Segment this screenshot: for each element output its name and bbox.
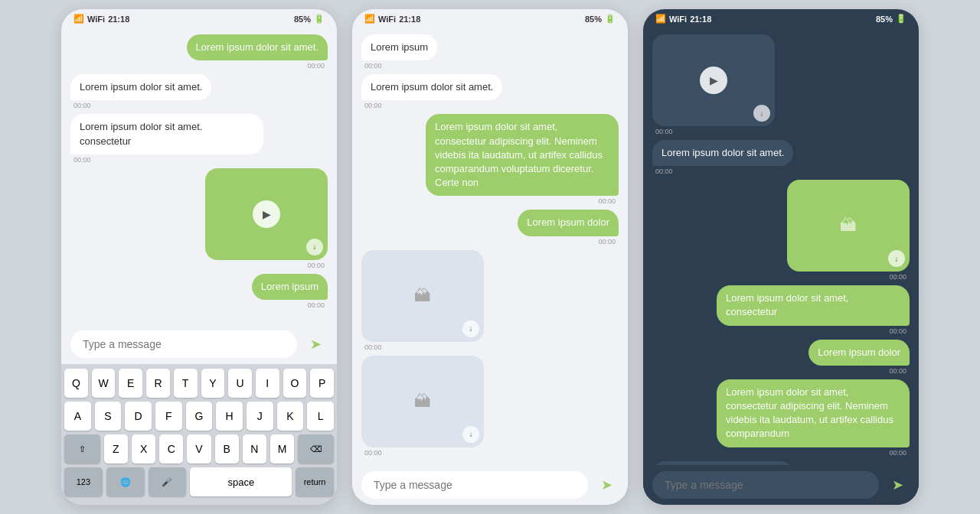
key-f[interactable]: F bbox=[155, 402, 182, 431]
status-left-1: 📶 WiFi 21:18 bbox=[74, 14, 129, 24]
status-left-2: 📶 WiFi 21:18 bbox=[364, 14, 420, 24]
timestamp: 00:00 bbox=[304, 301, 328, 309]
key-u[interactable]: U bbox=[228, 369, 252, 398]
status-right-2: 85% 🔋 bbox=[585, 14, 616, 24]
key-p[interactable]: P bbox=[310, 369, 334, 398]
key-w[interactable]: W bbox=[92, 369, 116, 398]
bubble-sent: Lorem ipsum dolor bbox=[518, 210, 619, 236]
message-row: Lorem ipsum dolor 00:00 bbox=[361, 210, 619, 245]
key-r[interactable]: R bbox=[146, 369, 170, 398]
message-row: 🏔 ↓ 00:00 bbox=[361, 356, 619, 457]
timestamp: 00:00 bbox=[652, 128, 676, 135]
time-2: 21:18 bbox=[399, 15, 420, 24]
download-icon[interactable]: ↓ bbox=[306, 239, 323, 255]
bubble-received: Lorem ipsum dolor sit amet. bbox=[652, 461, 793, 466]
key-shift[interactable]: ⇧ bbox=[64, 434, 100, 464]
signal-icon-3: 📶 bbox=[655, 14, 666, 24]
timestamp: 00:00 bbox=[886, 327, 910, 335]
play-button[interactable]: ▶ bbox=[253, 200, 280, 228]
bubble-received: Lorem ipsum dolor sit amet. bbox=[70, 74, 211, 100]
message-row: Lorem ipsum dolor sit amet. 00:00 bbox=[70, 34, 328, 70]
video-bubble: ▶ ↓ bbox=[652, 34, 775, 126]
key-i[interactable]: I bbox=[256, 369, 279, 398]
key-c[interactable]: C bbox=[159, 434, 183, 464]
message-row: Lorem ipsum dolor 00:00 bbox=[652, 340, 910, 375]
key-t[interactable]: T bbox=[174, 369, 198, 398]
key-backspace[interactable]: ⌫ bbox=[298, 434, 334, 464]
key-row-q: Q W E R T Y U I O P bbox=[64, 369, 334, 398]
keyboard-1: Q W E R T Y U I O P A S D F G H J K L bbox=[61, 364, 337, 505]
bubble-received: Lorem ipsum dolor sit amet. bbox=[652, 140, 793, 166]
timestamp: 00:00 bbox=[595, 197, 619, 205]
key-j[interactable]: J bbox=[247, 402, 273, 431]
timestamp: 00:00 bbox=[886, 273, 910, 281]
timestamp: 00:00 bbox=[70, 102, 94, 109]
image-bubble: 🏔 ↓ bbox=[361, 250, 484, 342]
status-right-1: 85% 🔋 bbox=[294, 14, 325, 24]
image-placeholder-icon: 🏔 bbox=[833, 213, 864, 238]
key-o[interactable]: O bbox=[283, 369, 307, 398]
key-h[interactable]: H bbox=[216, 402, 243, 431]
key-g[interactable]: G bbox=[186, 402, 213, 431]
key-n[interactable]: N bbox=[243, 434, 266, 464]
key-return[interactable]: return bbox=[296, 467, 334, 496]
key-e[interactable]: E bbox=[119, 369, 142, 398]
key-b[interactable]: B bbox=[215, 434, 239, 464]
image-bubble: 🏔 ↓ bbox=[787, 180, 910, 272]
key-globe[interactable]: 🌐 bbox=[106, 467, 145, 496]
message-row: Lorem ipsum dolor sit amet, consectetur … bbox=[652, 285, 910, 334]
download-icon[interactable]: ↓ bbox=[462, 426, 479, 443]
download-icon[interactable]: ↓ bbox=[462, 320, 479, 337]
video-bubble: ▶ ↓ bbox=[205, 168, 328, 260]
image-placeholder-icon: 🏔 bbox=[407, 284, 438, 308]
battery-pct-1: 85% bbox=[294, 15, 311, 24]
message-row: 🏔 ↓ 00:00 bbox=[652, 180, 910, 281]
message-input-3[interactable] bbox=[652, 471, 879, 499]
download-icon[interactable]: ↓ bbox=[753, 105, 770, 122]
key-space[interactable]: space bbox=[190, 467, 292, 496]
key-z[interactable]: Z bbox=[104, 434, 128, 464]
timestamp: 00:00 bbox=[886, 367, 910, 375]
message-row: Lorem ipsum dolor sit amet. 00:00 bbox=[652, 140, 910, 175]
key-d[interactable]: D bbox=[125, 402, 152, 431]
key-123[interactable]: 123 bbox=[64, 467, 103, 496]
key-a[interactable]: A bbox=[64, 402, 91, 431]
timestamp: 00:00 bbox=[361, 343, 385, 351]
chat-area-2: Lorem ipsum 00:00 Lorem ipsum dolor sit … bbox=[352, 28, 628, 465]
send-button-1[interactable]: ➤ bbox=[303, 332, 328, 356]
status-bar-2: 📶 WiFi 21:18 85% 🔋 bbox=[352, 9, 628, 28]
bubble-sent: Lorem ipsum dolor sit amet. bbox=[187, 34, 328, 60]
timestamp: 00:00 bbox=[886, 449, 910, 457]
message-input-2[interactable] bbox=[361, 471, 588, 499]
play-button[interactable]: ▶ bbox=[700, 67, 727, 94]
key-l[interactable]: L bbox=[307, 402, 334, 431]
send-button-3[interactable]: ➤ bbox=[885, 473, 910, 497]
bubble-received: Lorem ipsum dolor sit amet. bbox=[361, 74, 502, 100]
download-icon[interactable]: ↓ bbox=[888, 250, 905, 267]
message-row: ▶ ↓ 00:00 bbox=[652, 34, 910, 135]
key-q[interactable]: Q bbox=[64, 369, 88, 398]
message-text: Lorem ipsum dolor sit amet, consectetur … bbox=[435, 121, 603, 188]
key-s[interactable]: S bbox=[95, 402, 122, 431]
key-y[interactable]: Y bbox=[201, 369, 225, 398]
timestamp: 00:00 bbox=[70, 156, 94, 164]
key-k[interactable]: K bbox=[277, 402, 304, 431]
message-row: Lorem ipsum dolor sit amet, consectetur … bbox=[652, 379, 910, 457]
message-text: Lorem ipsum dolor bbox=[527, 216, 609, 228]
key-x[interactable]: X bbox=[132, 434, 155, 464]
chat-area-3: ▶ ↓ 00:00 Lorem ipsum dolor sit amet. 00… bbox=[643, 28, 919, 465]
message-input-1[interactable] bbox=[70, 330, 297, 358]
key-m[interactable]: M bbox=[270, 434, 294, 464]
wifi-icon-2: WiFi bbox=[378, 15, 396, 24]
bubble-sent: Lorem ipsum dolor sit amet, consectetur bbox=[717, 285, 910, 325]
send-button-2[interactable]: ➤ bbox=[594, 473, 619, 497]
status-left-3: 📶 WiFi 21:18 bbox=[655, 14, 711, 24]
phone-2: 📶 WiFi 21:18 85% 🔋 Lorem ipsum 00:00 Lor… bbox=[352, 9, 628, 505]
message-text: Lorem ipsum bbox=[371, 41, 428, 53]
image-bubble: 🏔 ↓ bbox=[361, 356, 484, 447]
phones-container: 📶 WiFi 21:18 85% 🔋 Lorem ipsum dolor sit… bbox=[0, 0, 980, 514]
key-mic[interactable]: 🎤 bbox=[149, 467, 187, 496]
bubble-sent: Lorem ipsum dolor bbox=[808, 340, 910, 366]
timestamp: 00:00 bbox=[652, 168, 676, 175]
key-v[interactable]: V bbox=[187, 434, 211, 464]
